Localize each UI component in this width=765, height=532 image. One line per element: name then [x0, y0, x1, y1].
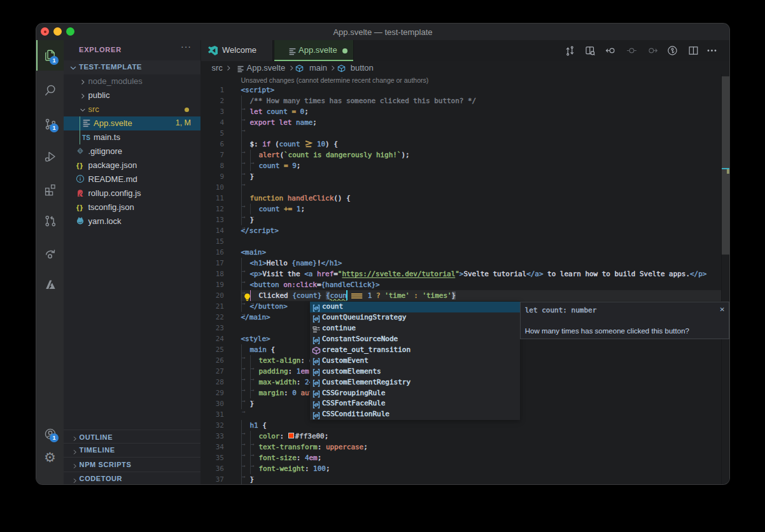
code-editor[interactable]: Unsaved changes (cannot determine recent… [200, 74, 729, 484]
sidebar-section-npm-scripts[interactable]: NPM SCRIPTS [64, 457, 200, 471]
code-token: : [288, 367, 297, 375]
code-token: </p> [690, 270, 706, 278]
chevron-right-icon [71, 475, 78, 485]
line-number: 14 [200, 225, 224, 236]
line-number: 3 [200, 106, 224, 117]
code-line-11: function handleClick() { [241, 193, 351, 204]
suggestion-cssconditionrule[interactable]: CSSConditionRule [310, 409, 520, 420]
sidebar-actions-icon[interactable]: ··· [181, 41, 192, 52]
tree-item-yarn-lock[interactable]: yarn.lock [64, 214, 200, 228]
code-token: ; [326, 465, 330, 473]
tree-item-main-ts[interactable]: TSmain.ts [64, 130, 200, 144]
activity-bar-item-source-control[interactable]: 1 [36, 108, 64, 141]
breadcrumb-item[interactable]: src [211, 63, 222, 73]
activity-bar-item-extensions[interactable] [36, 173, 64, 206]
squiggle-warning: coun [330, 291, 346, 300]
suggestion-customelementregistry[interactable]: CustomElementRegistry [310, 377, 520, 388]
tree-item-src[interactable]: src [64, 102, 200, 116]
activity-bar-item-accounts[interactable]: 1 [36, 417, 64, 451]
code-token [296, 108, 300, 116]
tree-item-node-modules[interactable]: node_modules [64, 74, 200, 88]
code-token: = [333, 270, 338, 278]
json-icon: {} [75, 160, 85, 171]
suggestion-label: continue [322, 324, 356, 332]
tree-item-rollup-config-js[interactable]: rollup.config.js [64, 186, 200, 200]
breadcrumbs: src App.svelte main button [200, 61, 729, 74]
operator-ligature [304, 139, 312, 150]
tree-item--gitignore[interactable]: .gitignore [64, 144, 200, 158]
code-line-3: let count = 0; [241, 106, 309, 117]
activity-bar-item-azure[interactable] [36, 268, 64, 301]
suggestion-label: CSSGroupingRule [322, 389, 385, 397]
code-token [372, 291, 376, 300]
suggestion-customevent[interactable]: CustomEvent [310, 356, 520, 367]
line-number: 24 [200, 333, 224, 344]
suggestion-continue[interactable]: continue [310, 323, 520, 334]
code-token: } [452, 291, 456, 300]
line-number: 8 [200, 160, 224, 171]
tree-item-package-json[interactable]: {}package.json [64, 158, 200, 172]
breadcrumb-item[interactable]: button [351, 63, 374, 73]
code-token: name [296, 118, 312, 127]
modified-dot [342, 48, 347, 53]
tab-welcome[interactable]: Welcome [201, 40, 273, 61]
code-token: } [250, 400, 255, 408]
sidebar-section-timeline[interactable]: TIMELINE [64, 443, 200, 457]
symbol-cube-icon [337, 64, 346, 75]
scrollbar-slider[interactable] [722, 76, 729, 255]
code-token: ); [401, 151, 409, 159]
activity-bar-item-run-debug[interactable] [36, 140, 64, 173]
suggestion-create_out_transition[interactable]: create_out_transition [310, 345, 520, 356]
suggestion-cssfontfacerule[interactable]: CSSFontFaceRule [310, 398, 520, 409]
suggestion-constantsourcenode[interactable]: ConstantSourceNode [310, 334, 520, 345]
line-number: 31 [200, 409, 224, 420]
project-root-row[interactable]: TEST-TEMPLATE [64, 60, 200, 74]
line-number: 23 [200, 323, 224, 333]
tree-item-label: package.json [88, 160, 137, 170]
suggestion-customelements[interactable]: customElements [310, 367, 520, 377]
suggest-docs-signature: let count: number [525, 306, 597, 314]
code-token: <button [250, 281, 284, 289]
close-icon[interactable]: × [720, 304, 725, 314]
activity-bar-item-search[interactable] [36, 74, 64, 107]
code-token: let [250, 108, 263, 116]
suggestion-countqueuingstrategy[interactable]: CountQueuingStrategy [310, 312, 520, 323]
lightbulb-icon[interactable] [243, 291, 251, 304]
activity-bar-item-github-pull-requests[interactable] [36, 204, 64, 237]
activity-bar-item-settings[interactable]: ⚙ [36, 451, 64, 484]
tree-item-tsconfig-json[interactable]: {}tsconfig.json [64, 200, 200, 214]
tree-item-app-svelte[interactable]: App.svelte1, M [64, 116, 200, 130]
suggestion-label: CountQueuingStrategy [322, 313, 406, 321]
code-token: count [259, 205, 280, 213]
code-line-7: alert(`count is dangerously high!`); [241, 150, 410, 160]
line-number: 37 [200, 474, 224, 484]
code-token: </script> [241, 227, 279, 235]
code-token: ; [297, 162, 301, 170]
tab-app-svelte[interactable]: App.svelte [274, 40, 354, 61]
code-token: { [258, 421, 267, 430]
tree-item-public[interactable]: public [64, 88, 200, 102]
breadcrumb-item[interactable]: App.svelte [247, 63, 286, 73]
code-token: $: [250, 140, 263, 148]
code-line-24: <style> [241, 333, 270, 344]
sidebar-section-codetour[interactable]: CODETOUR [64, 472, 200, 485]
code-token: 'time' [384, 291, 410, 300]
tree-item-label: public [88, 90, 110, 100]
tree-item-label: src [88, 104, 99, 114]
sidebar-section-outline[interactable]: OUTLINE [64, 430, 200, 444]
tree-item-readme-md[interactable]: README.md [64, 172, 200, 186]
breadcrumb-item[interactable]: main [309, 63, 327, 73]
code-token: if [262, 140, 270, 148]
code-line-30: } [241, 398, 255, 409]
code-line-22: </main> [241, 312, 270, 323]
code-token: ? [376, 291, 381, 300]
activity-bar-item-live-share[interactable] [36, 237, 64, 270]
tree-indent-guide [80, 116, 80, 144]
desktop-background: App.svelte — test-template 1 1 [0, 0, 765, 532]
titlebar[interactable]: App.svelte — test-template [36, 24, 729, 40]
suggestion-cssgroupingrule[interactable]: CSSGroupingRule [310, 388, 520, 399]
activity-bar-item-explorer[interactable]: 1 [36, 40, 64, 71]
chevron-down-icon [69, 64, 78, 75]
suggestion-count[interactable]: count [310, 302, 520, 312]
line-number: 33 [200, 431, 224, 442]
